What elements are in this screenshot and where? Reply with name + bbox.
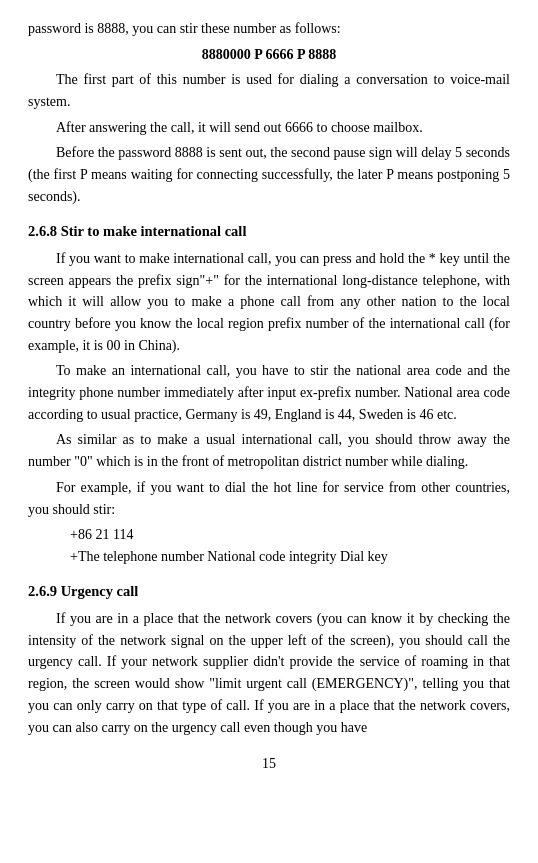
example-line1: +86 21 114 bbox=[70, 524, 510, 546]
para1: The first part of this number is used fo… bbox=[28, 69, 510, 112]
center-number: 8880000 P 6666 P 8888 bbox=[28, 44, 510, 66]
example-line2: +The telephone number National code inte… bbox=[70, 546, 510, 568]
para3: Before the password 8888 is sent out, th… bbox=[28, 142, 510, 207]
intro-text: password is 8888, you can stir these num… bbox=[28, 18, 510, 40]
section-268-heading: 2.6.8 Stir to make international call bbox=[28, 220, 510, 242]
section-268-p1: If you want to make international call, … bbox=[28, 248, 510, 356]
section-269-heading: 2.6.9 Urgency call bbox=[28, 580, 510, 602]
section-269-p1: If you are in a place that the network c… bbox=[28, 608, 510, 738]
para2: After answering the call, it will send o… bbox=[28, 117, 510, 139]
main-content: password is 8888, you can stir these num… bbox=[28, 18, 510, 738]
section-268-p3: As similar as to make a usual internatio… bbox=[28, 429, 510, 472]
section-268-p4: For example, if you want to dial the hot… bbox=[28, 477, 510, 520]
page-number: 15 bbox=[28, 756, 510, 772]
section-268-p2: To make an international call, you have … bbox=[28, 360, 510, 425]
